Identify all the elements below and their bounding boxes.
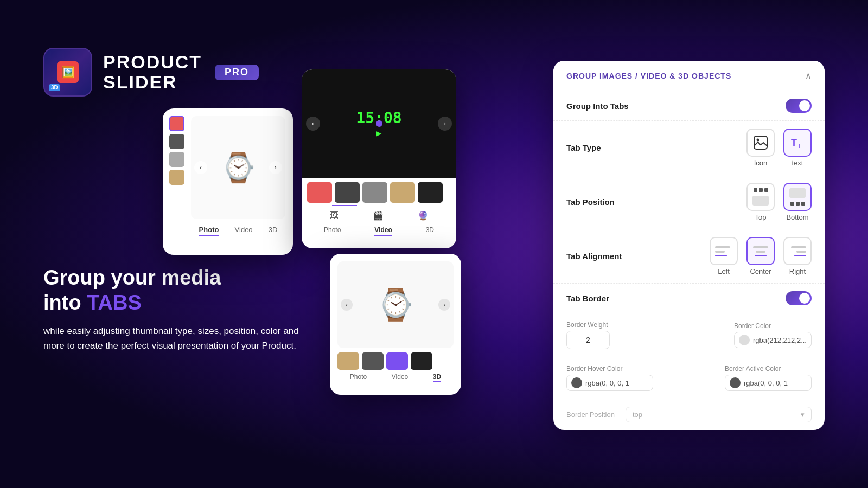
tab-type-text-option[interactable]: T т text: [783, 129, 812, 167]
slider-thumb-1[interactable]: [307, 182, 332, 203]
phone1-tab-3d[interactable]: 3D: [269, 224, 278, 236]
tab-position-label: Tab Position: [566, 197, 615, 207]
main-headline: Group your media into TABS: [43, 266, 304, 315]
app-logo: 🖼️ 3D: [43, 48, 92, 97]
tab-border-toggle-knob: [799, 293, 810, 304]
tab-align-right-label: Right: [789, 267, 806, 275]
border-hover-value[interactable]: rgba(0, 0, 0, 1: [566, 375, 653, 391]
bottom-prev-btn[interactable]: ‹: [341, 299, 353, 311]
border-active-text: rgba(0, 0, 0, 1: [744, 379, 788, 387]
panel-header: GROUP IMAGES / VIDEO & 3D OBJECTS ∧: [553, 61, 825, 91]
tab-alignment-label: Tab Alignment: [566, 252, 622, 261]
slider-next-btn[interactable]: ›: [438, 117, 452, 131]
play-indicator: [376, 120, 382, 127]
tab-align-center-option[interactable]: Center: [746, 237, 775, 275]
tab-align-left-icon: [710, 237, 738, 265]
bottom-thumb-2[interactable]: [362, 352, 384, 370]
tab-pos-bottom-label: Bottom: [786, 213, 808, 221]
group-into-tabs-row: Group Into Tabs: [553, 91, 825, 121]
bottom-thumbs: [337, 352, 454, 370]
phone1-tab-photo[interactable]: Photo: [199, 224, 219, 236]
slider-thumb-4[interactable]: [390, 182, 415, 203]
border-active-label: Border Active Color: [725, 365, 812, 373]
border-color-value[interactable]: rgba(212,212,2...: [734, 332, 812, 348]
slider-thumb-2[interactable]: [335, 182, 360, 203]
group-into-tabs-label: Group Into Tabs: [566, 101, 629, 111]
border-hover-text: rgba(0, 0, 0, 1: [585, 379, 629, 387]
app-title-main: PRODUCTSLIDER: [103, 52, 202, 93]
panel-collapse-btn[interactable]: ∧: [805, 70, 812, 81]
svg-text:т: т: [797, 141, 801, 150]
tab-border-toggle[interactable]: [786, 291, 812, 305]
border-position-dropdown-icon: ▾: [801, 410, 805, 419]
slider-3d-icon[interactable]: 🔮: [418, 210, 429, 221]
tab-pos-top-icon: [746, 183, 775, 211]
phone1-next-btn[interactable]: ›: [269, 161, 282, 174]
slider-prev-btn[interactable]: ‹: [306, 117, 320, 131]
slider-main-image: 15:08 ▶ ‹ ›: [302, 69, 456, 178]
tab-type-row: Tab Type Icon T т: [553, 121, 825, 175]
tab-align-center-icon: [746, 237, 775, 265]
slider-tab-3d[interactable]: 3D: [426, 225, 434, 236]
tab-pos-bottom-icon: [783, 183, 812, 211]
border-weight-group: Border Weight: [566, 321, 610, 349]
slider-icons-row: 🖼 🎬 🔮: [302, 208, 456, 223]
tab-border-label: Tab Border: [566, 294, 609, 303]
border-weight-label: Border Weight: [566, 321, 610, 329]
group-into-tabs-toggle[interactable]: [786, 99, 812, 113]
bottom-main-image: ⌚ ‹ ›: [337, 261, 454, 348]
tab-type-text-box: T т: [783, 129, 812, 157]
bottom-thumb-4[interactable]: [411, 352, 432, 370]
text-icon: T т: [789, 134, 806, 151]
bottom-tab-video[interactable]: Video: [392, 373, 408, 382]
slider-video-icon[interactable]: 🎬: [373, 210, 384, 221]
bottom-tab-3d[interactable]: 3D: [433, 373, 441, 382]
border-color-group: Border Color rgba(212,212,2...: [734, 322, 812, 348]
slider-tab-video[interactable]: Video: [374, 225, 392, 236]
border-position-value: top: [633, 410, 642, 419]
border-hover-label: Border Hover Color: [566, 365, 653, 373]
main-slider-mockup: 15:08 ▶ ‹ › 🖼 🎬 🔮 Photo Video 3D: [302, 69, 456, 248]
bottom-thumb-3[interactable]: [386, 352, 408, 370]
tab-border-row: Tab Border: [553, 284, 825, 313]
sub-text: while easily adjusting thumbnail type, s…: [43, 324, 304, 353]
tab-pos-bottom-option[interactable]: Bottom: [783, 183, 812, 221]
slider-tabs: Photo Video 3D: [302, 223, 456, 238]
tab-position-row: Tab Position Top: [553, 175, 825, 229]
tab-pos-top-option[interactable]: Top: [746, 183, 775, 221]
left-panel: Group your media into TABS while easily …: [43, 266, 304, 354]
border-position-select[interactable]: top ▾: [626, 407, 812, 422]
bottom-tab-photo[interactable]: Photo: [350, 373, 367, 382]
tab-align-right-option[interactable]: Right: [783, 237, 812, 275]
tab-type-text-label: text: [792, 159, 803, 167]
tab-pos-top-label: Top: [755, 213, 767, 221]
border-weight-color-row: Border Weight Border Color rgba(212,212,…: [553, 313, 825, 357]
bottom-next-btn[interactable]: ›: [438, 299, 450, 311]
tab-align-center-label: Center: [750, 267, 771, 275]
phone-mockup-1: ⌚ ‹ › Photo Video 3D: [163, 108, 293, 255]
slider-thumb-3[interactable]: [362, 182, 387, 203]
bottom-thumb-1[interactable]: [337, 352, 359, 370]
border-color-label: Border Color: [734, 322, 812, 330]
pro-badge: PRO: [215, 65, 259, 80]
tab-align-left-option[interactable]: Left: [710, 237, 738, 275]
slider-tab-photo[interactable]: Photo: [324, 225, 341, 236]
tab-align-options: Left Center Right: [710, 237, 812, 275]
border-weight-input[interactable]: [566, 331, 610, 349]
border-position-label: Border Position: [566, 410, 615, 419]
border-color-swatch: [739, 335, 750, 345]
slider-photo-icon[interactable]: 🖼: [330, 210, 339, 221]
tab-align-left-label: Left: [718, 267, 730, 275]
border-hover-active-row: Border Hover Color rgba(0, 0, 0, 1 Borde…: [553, 357, 825, 399]
phone1-tab-video[interactable]: Video: [235, 224, 253, 236]
border-hover-swatch: [571, 377, 582, 388]
tab-type-options: Icon T т text: [746, 129, 812, 167]
slider-thumb-5[interactable]: [418, 182, 443, 203]
svg-rect-0: [754, 136, 767, 149]
phone1-prev-btn[interactable]: ‹: [194, 161, 207, 174]
border-position-row: Border Position top ▾: [553, 399, 825, 430]
border-active-value[interactable]: rgba(0, 0, 0, 1: [725, 375, 812, 391]
image-icon: [753, 135, 768, 150]
tab-type-icon-option[interactable]: Icon: [746, 129, 775, 167]
app-title-group: PRODUCTSLIDER PRO: [103, 52, 259, 93]
